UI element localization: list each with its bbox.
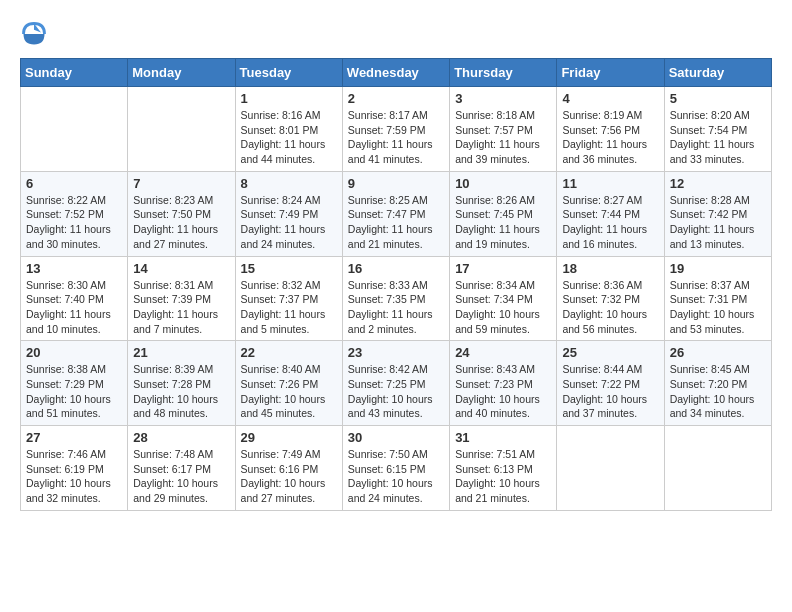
day-info: Sunrise: 8:43 AM Sunset: 7:23 PM Dayligh… (455, 362, 551, 421)
day-info: Sunrise: 7:51 AM Sunset: 6:13 PM Dayligh… (455, 447, 551, 506)
day-number: 3 (455, 91, 551, 106)
calendar-cell: 9Sunrise: 8:25 AM Sunset: 7:47 PM Daylig… (342, 171, 449, 256)
day-info: Sunrise: 8:39 AM Sunset: 7:28 PM Dayligh… (133, 362, 229, 421)
day-info: Sunrise: 7:48 AM Sunset: 6:17 PM Dayligh… (133, 447, 229, 506)
day-number: 28 (133, 430, 229, 445)
day-info: Sunrise: 8:18 AM Sunset: 7:57 PM Dayligh… (455, 108, 551, 167)
day-number: 1 (241, 91, 337, 106)
col-header-tuesday: Tuesday (235, 59, 342, 87)
calendar-cell (664, 426, 771, 511)
day-number: 14 (133, 261, 229, 276)
day-number: 5 (670, 91, 766, 106)
week-row-2: 6Sunrise: 8:22 AM Sunset: 7:52 PM Daylig… (21, 171, 772, 256)
calendar-cell: 24Sunrise: 8:43 AM Sunset: 7:23 PM Dayli… (450, 341, 557, 426)
calendar-cell: 29Sunrise: 7:49 AM Sunset: 6:16 PM Dayli… (235, 426, 342, 511)
day-number: 10 (455, 176, 551, 191)
calendar-cell: 25Sunrise: 8:44 AM Sunset: 7:22 PM Dayli… (557, 341, 664, 426)
calendar-cell: 17Sunrise: 8:34 AM Sunset: 7:34 PM Dayli… (450, 256, 557, 341)
day-info: Sunrise: 8:36 AM Sunset: 7:32 PM Dayligh… (562, 278, 658, 337)
day-info: Sunrise: 8:19 AM Sunset: 7:56 PM Dayligh… (562, 108, 658, 167)
day-info: Sunrise: 8:16 AM Sunset: 8:01 PM Dayligh… (241, 108, 337, 167)
day-number: 11 (562, 176, 658, 191)
day-info: Sunrise: 8:34 AM Sunset: 7:34 PM Dayligh… (455, 278, 551, 337)
day-number: 9 (348, 176, 444, 191)
day-info: Sunrise: 8:44 AM Sunset: 7:22 PM Dayligh… (562, 362, 658, 421)
day-number: 24 (455, 345, 551, 360)
calendar-cell: 26Sunrise: 8:45 AM Sunset: 7:20 PM Dayli… (664, 341, 771, 426)
calendar-cell: 1Sunrise: 8:16 AM Sunset: 8:01 PM Daylig… (235, 87, 342, 172)
day-number: 20 (26, 345, 122, 360)
day-info: Sunrise: 8:45 AM Sunset: 7:20 PM Dayligh… (670, 362, 766, 421)
calendar-cell: 10Sunrise: 8:26 AM Sunset: 7:45 PM Dayli… (450, 171, 557, 256)
week-row-3: 13Sunrise: 8:30 AM Sunset: 7:40 PM Dayli… (21, 256, 772, 341)
logo-icon (20, 20, 48, 48)
day-number: 22 (241, 345, 337, 360)
calendar-cell: 2Sunrise: 8:17 AM Sunset: 7:59 PM Daylig… (342, 87, 449, 172)
calendar-cell: 28Sunrise: 7:48 AM Sunset: 6:17 PM Dayli… (128, 426, 235, 511)
day-number: 29 (241, 430, 337, 445)
calendar-cell: 14Sunrise: 8:31 AM Sunset: 7:39 PM Dayli… (128, 256, 235, 341)
day-info: Sunrise: 8:25 AM Sunset: 7:47 PM Dayligh… (348, 193, 444, 252)
day-info: Sunrise: 8:38 AM Sunset: 7:29 PM Dayligh… (26, 362, 122, 421)
day-number: 18 (562, 261, 658, 276)
calendar-cell: 21Sunrise: 8:39 AM Sunset: 7:28 PM Dayli… (128, 341, 235, 426)
day-info: Sunrise: 7:49 AM Sunset: 6:16 PM Dayligh… (241, 447, 337, 506)
calendar-table: SundayMondayTuesdayWednesdayThursdayFrid… (20, 58, 772, 511)
calendar-cell: 15Sunrise: 8:32 AM Sunset: 7:37 PM Dayli… (235, 256, 342, 341)
day-info: Sunrise: 8:27 AM Sunset: 7:44 PM Dayligh… (562, 193, 658, 252)
day-number: 2 (348, 91, 444, 106)
day-info: Sunrise: 8:24 AM Sunset: 7:49 PM Dayligh… (241, 193, 337, 252)
calendar-cell: 18Sunrise: 8:36 AM Sunset: 7:32 PM Dayli… (557, 256, 664, 341)
day-info: Sunrise: 7:46 AM Sunset: 6:19 PM Dayligh… (26, 447, 122, 506)
calendar-cell: 31Sunrise: 7:51 AM Sunset: 6:13 PM Dayli… (450, 426, 557, 511)
day-number: 27 (26, 430, 122, 445)
day-number: 26 (670, 345, 766, 360)
day-number: 25 (562, 345, 658, 360)
logo (20, 20, 52, 48)
day-number: 7 (133, 176, 229, 191)
calendar-cell (557, 426, 664, 511)
day-info: Sunrise: 8:26 AM Sunset: 7:45 PM Dayligh… (455, 193, 551, 252)
day-number: 21 (133, 345, 229, 360)
calendar-cell: 30Sunrise: 7:50 AM Sunset: 6:15 PM Dayli… (342, 426, 449, 511)
day-info: Sunrise: 8:40 AM Sunset: 7:26 PM Dayligh… (241, 362, 337, 421)
calendar-cell: 11Sunrise: 8:27 AM Sunset: 7:44 PM Dayli… (557, 171, 664, 256)
col-header-sunday: Sunday (21, 59, 128, 87)
day-number: 17 (455, 261, 551, 276)
page-header (20, 20, 772, 48)
day-info: Sunrise: 8:32 AM Sunset: 7:37 PM Dayligh… (241, 278, 337, 337)
day-info: Sunrise: 8:30 AM Sunset: 7:40 PM Dayligh… (26, 278, 122, 337)
day-number: 19 (670, 261, 766, 276)
calendar-cell: 6Sunrise: 8:22 AM Sunset: 7:52 PM Daylig… (21, 171, 128, 256)
col-header-friday: Friday (557, 59, 664, 87)
col-header-thursday: Thursday (450, 59, 557, 87)
calendar-cell (21, 87, 128, 172)
calendar-cell: 12Sunrise: 8:28 AM Sunset: 7:42 PM Dayli… (664, 171, 771, 256)
day-info: Sunrise: 8:20 AM Sunset: 7:54 PM Dayligh… (670, 108, 766, 167)
week-row-4: 20Sunrise: 8:38 AM Sunset: 7:29 PM Dayli… (21, 341, 772, 426)
day-info: Sunrise: 8:22 AM Sunset: 7:52 PM Dayligh… (26, 193, 122, 252)
day-number: 6 (26, 176, 122, 191)
calendar-cell: 20Sunrise: 8:38 AM Sunset: 7:29 PM Dayli… (21, 341, 128, 426)
day-info: Sunrise: 8:17 AM Sunset: 7:59 PM Dayligh… (348, 108, 444, 167)
calendar-cell: 27Sunrise: 7:46 AM Sunset: 6:19 PM Dayli… (21, 426, 128, 511)
week-row-1: 1Sunrise: 8:16 AM Sunset: 8:01 PM Daylig… (21, 87, 772, 172)
day-number: 12 (670, 176, 766, 191)
calendar-cell (128, 87, 235, 172)
day-number: 31 (455, 430, 551, 445)
calendar-cell: 23Sunrise: 8:42 AM Sunset: 7:25 PM Dayli… (342, 341, 449, 426)
day-number: 4 (562, 91, 658, 106)
calendar-header-row: SundayMondayTuesdayWednesdayThursdayFrid… (21, 59, 772, 87)
day-number: 8 (241, 176, 337, 191)
col-header-monday: Monday (128, 59, 235, 87)
day-info: Sunrise: 8:42 AM Sunset: 7:25 PM Dayligh… (348, 362, 444, 421)
calendar-cell: 8Sunrise: 8:24 AM Sunset: 7:49 PM Daylig… (235, 171, 342, 256)
week-row-5: 27Sunrise: 7:46 AM Sunset: 6:19 PM Dayli… (21, 426, 772, 511)
calendar-cell: 7Sunrise: 8:23 AM Sunset: 7:50 PM Daylig… (128, 171, 235, 256)
col-header-saturday: Saturday (664, 59, 771, 87)
day-info: Sunrise: 8:31 AM Sunset: 7:39 PM Dayligh… (133, 278, 229, 337)
day-number: 16 (348, 261, 444, 276)
day-number: 23 (348, 345, 444, 360)
calendar-cell: 13Sunrise: 8:30 AM Sunset: 7:40 PM Dayli… (21, 256, 128, 341)
day-number: 30 (348, 430, 444, 445)
